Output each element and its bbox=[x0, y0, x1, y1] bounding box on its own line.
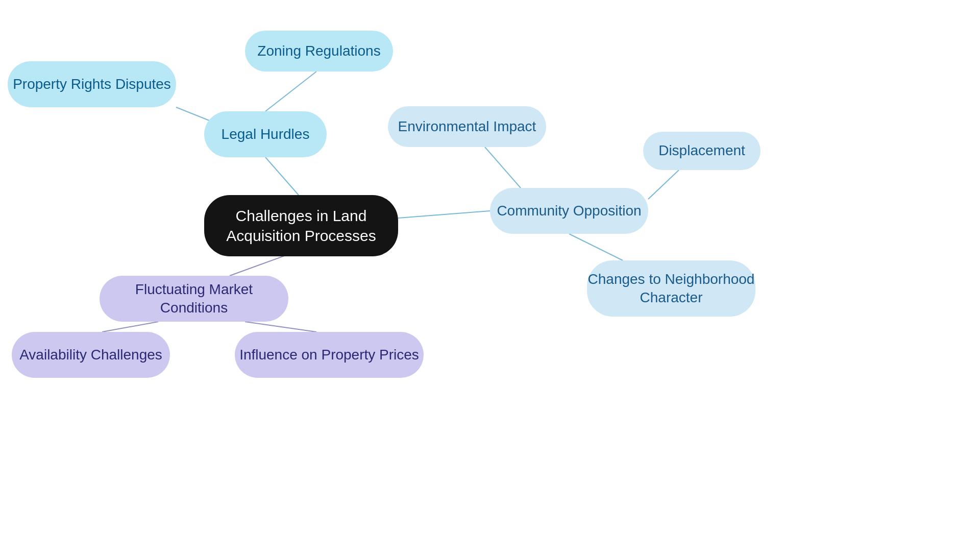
neighborhood-character-label: Changes to Neighborhood Character bbox=[587, 270, 755, 307]
neighborhood-character-node: Changes to Neighborhood Character bbox=[587, 260, 755, 317]
environmental-impact-label: Environmental Impact bbox=[398, 117, 536, 136]
displacement-node: Displacement bbox=[643, 132, 761, 170]
svg-line-3 bbox=[398, 211, 490, 218]
environmental-impact-node: Environmental Impact bbox=[388, 106, 546, 147]
svg-line-4 bbox=[485, 147, 521, 188]
availability-challenges-node: Availability Challenges bbox=[12, 332, 170, 378]
community-opposition-node: Community Opposition bbox=[490, 188, 648, 234]
center-label: Challenges in Land Acquisition Processes bbox=[204, 206, 398, 246]
svg-line-8 bbox=[102, 322, 158, 332]
center-node: Challenges in Land Acquisition Processes bbox=[204, 195, 398, 256]
influence-property-prices-node: Influence on Property Prices bbox=[235, 332, 424, 378]
zoning-regulations-node: Zoning Regulations bbox=[245, 31, 393, 71]
legal-hurdles-label: Legal Hurdles bbox=[222, 125, 310, 143]
svg-line-5 bbox=[648, 170, 679, 199]
property-rights-label: Property Rights Disputes bbox=[13, 75, 171, 93]
zoning-regulations-label: Zoning Regulations bbox=[257, 42, 380, 60]
property-rights-node: Property Rights Disputes bbox=[8, 61, 176, 107]
community-opposition-label: Community Opposition bbox=[497, 202, 641, 220]
availability-challenges-label: Availability Challenges bbox=[19, 346, 162, 364]
svg-line-0 bbox=[265, 157, 299, 195]
svg-line-6 bbox=[569, 234, 623, 260]
displacement-label: Displacement bbox=[658, 141, 745, 160]
market-conditions-label: Fluctuating Market Conditions bbox=[100, 280, 288, 318]
svg-line-7 bbox=[230, 255, 286, 276]
legal-hurdles-node: Legal Hurdles bbox=[204, 111, 327, 157]
market-conditions-node: Fluctuating Market Conditions bbox=[100, 276, 288, 322]
svg-line-9 bbox=[245, 322, 316, 332]
svg-line-1 bbox=[265, 71, 316, 111]
influence-property-prices-label: Influence on Property Prices bbox=[239, 346, 419, 364]
